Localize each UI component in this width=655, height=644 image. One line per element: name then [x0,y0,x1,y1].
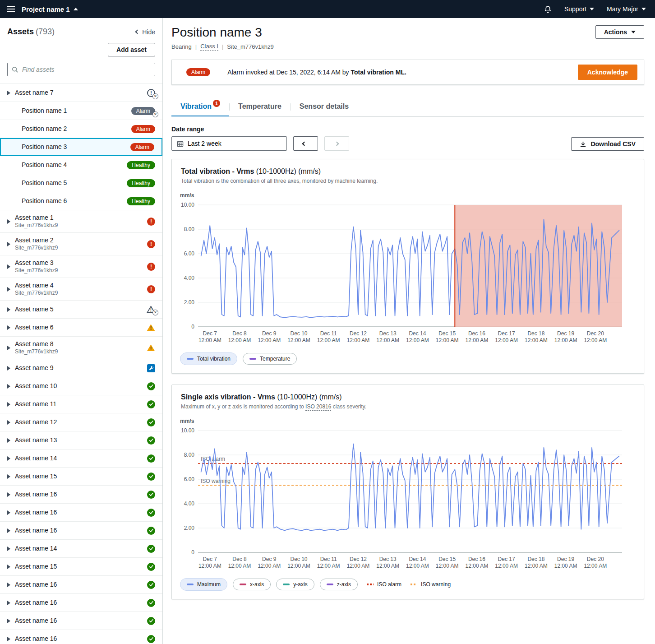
asset-row-asset-name-8[interactable]: Asset name 8Site_m776v1khz9! [0,337,162,359]
asset-row-asset-name-12[interactable]: Asset name 12 [0,413,162,431]
asset-row-asset-name-16[interactable]: Asset name 16 [0,594,162,612]
svg-text:12:00 AM: 12:00 AM [584,563,607,569]
expand-icon[interactable] [7,510,10,515]
asset-row-asset-name-1[interactable]: Asset name 1Site_m776v1khz9! [0,210,162,233]
asset-label: Asset name 11 [15,400,56,408]
position-row-position-name-5[interactable]: Position name 5Healthy [0,174,162,192]
asset-site: Site_m776v1khz9 [15,290,58,297]
asset-label: Asset name 7 [15,89,54,97]
asset-row-asset-name-16[interactable]: Asset name 16 [0,522,162,540]
add-asset-button[interactable]: Add asset [108,43,155,56]
expand-icon[interactable] [7,287,10,292]
legend-x-axis[interactable]: x-axis [233,579,271,590]
asset-row-asset-name-10[interactable]: Asset name 10 [0,377,162,395]
expand-icon[interactable] [7,420,10,425]
legend-maximum[interactable]: Maximum [180,578,227,591]
position-row-position-name-6[interactable]: Position name 6Healthy [0,192,162,210]
expand-icon[interactable] [7,307,10,312]
legend-marker [367,584,374,585]
tab-vibration[interactable]: Vibration1 [171,98,229,116]
tab-temperature[interactable]: Temperature [229,98,291,116]
expand-icon[interactable] [7,492,10,497]
expand-icon[interactable] [7,583,10,587]
expand-icon[interactable] [7,637,10,641]
page-title: Position name 3 [171,25,274,40]
expand-icon[interactable] [7,366,10,371]
expand-icon[interactable] [7,547,10,551]
asset-row-asset-name-15[interactable]: Asset name 15 [0,558,162,576]
expand-icon[interactable] [7,402,10,407]
asset-row-asset-name-3[interactable]: Asset name 3Site_m776v1khz9! [0,255,162,278]
asset-site: Site_m776v1khz9 [15,245,58,251]
asset-row-asset-name-4[interactable]: Asset name 4Site_m776v1khz9! [0,278,162,301]
next-range-button[interactable] [324,136,349,151]
expand-icon[interactable] [7,619,10,623]
expand-icon[interactable] [7,91,10,95]
project-selector[interactable]: Project name 1 [22,5,78,13]
notifications-bell-icon[interactable] [544,5,552,13]
legend-z-axis[interactable]: z-axis [320,579,358,590]
date-range-select[interactable]: Last 2 week [171,136,287,151]
asset-row-asset-name-2[interactable]: Asset name 2Site_m776v1khz9! [0,233,162,255]
asset-label: Asset name 6 [15,324,54,332]
legend-temperature[interactable]: Temperature [243,353,297,365]
asset-row-asset-name-16[interactable]: Asset name 16 [0,630,162,644]
asset-label: Asset name 16 [15,635,57,643]
expand-icon[interactable] [7,438,10,443]
asset-label: Asset name 9 [15,364,54,372]
healthy-icon [147,473,155,481]
expand-icon[interactable] [7,346,10,350]
asset-row-asset-name-5[interactable]: Asset name 5!× [0,301,162,319]
iso-standard-link[interactable]: ISO 20816 [305,403,331,411]
asset-row-asset-name-16[interactable]: Asset name 16 [0,504,162,522]
tab-sensor-details[interactable]: Sensor details [291,98,358,116]
expand-icon[interactable] [7,565,10,569]
expand-icon[interactable] [7,528,10,533]
class-info-link[interactable]: Class I [200,43,218,51]
asset-row-asset-name-14[interactable]: Asset name 14 [0,449,162,468]
expand-icon[interactable] [7,474,10,479]
support-menu[interactable]: Support [564,5,594,13]
asset-row-asset-name-16[interactable]: Asset name 16 [0,612,162,630]
position-row-position-name-3[interactable]: Position name 3Alarm [0,138,162,156]
download-csv-button[interactable]: Download CSV [571,137,644,151]
healthy-icon [147,509,155,517]
asset-row-asset-name-6[interactable]: Asset name 6! [0,319,162,337]
user-menu[interactable]: Mary Major [607,5,646,13]
legend-iso-alarm: ISO alarm [367,581,401,588]
expand-icon[interactable] [7,264,10,269]
position-row-position-name-1[interactable]: Position name 1Alarm× [0,102,162,120]
expand-icon[interactable] [7,384,10,389]
asset-row-asset-name-11[interactable]: Asset name 11 [0,395,162,413]
asset-row-asset-name-7[interactable]: Asset name 7!× [0,84,162,102]
legend-total-vibration[interactable]: Total vibration [180,352,237,365]
position-row-position-name-4[interactable]: Position name 4Healthy [0,156,162,174]
menu-icon[interactable] [0,0,22,18]
status-badge: Healthy [127,161,155,169]
asset-row-asset-name-9[interactable]: Asset name 9 [0,359,162,377]
expand-icon[interactable] [7,456,10,461]
expand-icon[interactable] [7,325,10,330]
hide-panel-button[interactable]: Hide [136,28,155,36]
position-row-position-name-2[interactable]: Position name 2Alarm [0,120,162,138]
asset-row-asset-name-16[interactable]: Asset name 16 [0,486,162,504]
asset-row-asset-name-13[interactable]: Asset name 13 [0,431,162,449]
expand-icon[interactable] [7,242,10,246]
svg-text:10.00: 10.00 [181,202,194,208]
healthy-icon [147,527,155,535]
asset-row-asset-name-15[interactable]: Asset name 15 [0,468,162,486]
previous-range-button[interactable] [293,136,318,151]
asset-row-asset-name-14[interactable]: Asset name 14 [0,540,162,558]
asset-label: Asset name 16 [15,617,57,625]
asset-label: Asset name 16 [15,491,57,499]
status-badge: Alarm [131,125,155,133]
actions-button[interactable]: Actions [595,25,644,39]
legend-y-axis[interactable]: y-axis [276,579,314,590]
acknowledge-button[interactable]: Acknowledge [578,65,637,80]
expand-icon[interactable] [7,601,10,605]
asset-label: Asset name 13 [15,436,57,445]
healthy-icon [147,418,155,426]
expand-icon[interactable] [7,219,10,224]
find-assets-input[interactable] [7,63,155,76]
asset-row-asset-name-16[interactable]: Asset name 16 [0,576,162,594]
